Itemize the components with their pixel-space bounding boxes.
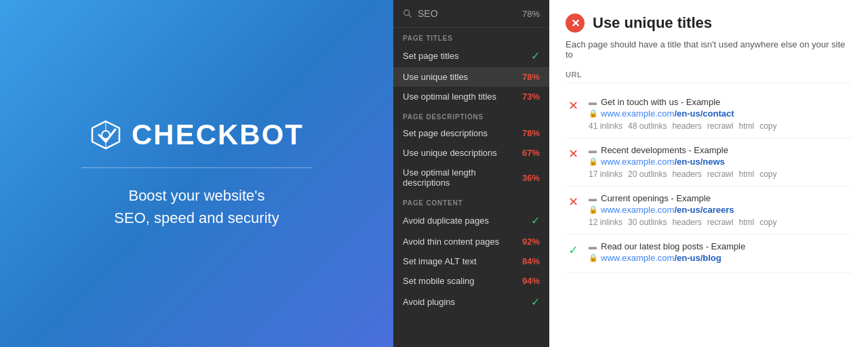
sidebar-item-optimal-length-titles[interactable]: Use optimal length titles 73% [393, 87, 549, 106]
url-base: www.example.com [601, 108, 674, 119]
url-item: ✕ ▬ Get in touch with us - Example 🔒 www… [566, 90, 852, 138]
sidebar-item-label: Avoid thin content pages [403, 237, 522, 247]
sidebar-item-label: Set page titles [403, 51, 531, 61]
sidebar-item-label: Set page descriptions [403, 128, 522, 138]
html-link[interactable]: html [738, 121, 754, 131]
sidebar-item-avoid-thin-content[interactable]: Avoid thin content pages 92% [393, 232, 549, 251]
page-icon: ▬ [589, 242, 597, 251]
search-bar[interactable]: SEO 78% [393, 0, 549, 28]
search-label: SEO [418, 8, 522, 19]
url-end: news [703, 157, 725, 167]
page-title-text: Recent developments - Example [601, 145, 728, 155]
error-status-icon: ✕ [566, 146, 580, 161]
page-title-text: Read our latest blog posts - Example [601, 241, 745, 251]
url-meta: 41 inlinks 48 outlinks headers recrawl h… [589, 121, 852, 131]
sidebar-item-label: Avoid duplicate pages [403, 216, 531, 226]
sidebar-item-label: Avoid plugins [403, 297, 531, 307]
right-panel: ✕ Use unique titles Each page should hav… [549, 0, 868, 347]
sidebar-item-label: Use unique titles [403, 72, 522, 82]
panel-description: Each page should have a title that isn't… [566, 39, 852, 60]
sidebar-item-optimal-length-descriptions[interactable]: Use optimal length descriptions 36% [393, 163, 549, 192]
url-item: ✓ ▬ Read our latest blog posts - Example… [566, 234, 852, 273]
url-link[interactable]: www.example.com/en-us/careers [601, 205, 734, 215]
copy-link[interactable]: copy [760, 218, 776, 227]
sidebar-item-score: 78% [522, 128, 540, 138]
section-header-page-content: PAGE CONTENT [393, 192, 549, 209]
sidebar-item-label: Use unique descriptions [403, 148, 522, 158]
recrawl-link[interactable]: recrawl [707, 169, 734, 179]
url-link[interactable]: www.example.com/en-us/blog [601, 253, 722, 263]
url-end: blog [703, 253, 721, 263]
url-page-title: ▬ Get in touch with us - Example [589, 97, 852, 107]
sidebar-item-avoid-duplicate-pages[interactable]: Avoid duplicate pages ✓ [393, 209, 549, 232]
sidebar-item-label: Use optimal length titles [403, 91, 522, 102]
sidebar-content: PAGE TITLES Set page titles ✓ Use unique… [393, 28, 549, 347]
page-icon: ▬ [589, 194, 597, 203]
search-score: 78% [522, 9, 540, 19]
check-icon: ✓ [531, 49, 540, 62]
url-details: ▬ Read our latest blog posts - Example 🔒… [589, 241, 852, 266]
sidebar-item-set-mobile-scaling[interactable]: Set mobile scaling 94% [393, 271, 549, 291]
url-item: ✕ ▬ Current openings - Example 🔒 www.exa… [566, 186, 852, 234]
left-panel: CHECKBOT Boost your website's SEO, speed… [0, 0, 393, 347]
url-bold: /en-us/ [674, 157, 703, 167]
brand-name: CHECKBOT [132, 119, 304, 151]
headers-link[interactable]: headers [672, 121, 701, 131]
url-details: ▬ Get in touch with us - Example 🔒 www.e… [589, 97, 852, 131]
error-icon: ✕ [566, 14, 585, 33]
sidebar-item-label: Set image ALT text [403, 256, 522, 266]
recrawl-link[interactable]: recrawl [707, 218, 734, 227]
copy-link[interactable]: copy [760, 169, 776, 179]
url-end: contact [703, 108, 734, 119]
url-end: careers [703, 205, 734, 215]
url-link[interactable]: www.example.com/en-us/news [601, 157, 725, 167]
sidebar-item-score: 92% [522, 237, 540, 247]
url-base: www.example.com [601, 253, 674, 263]
error-status-icon: ✕ [566, 195, 580, 209]
sidebar-item-use-unique-titles[interactable]: Use unique titles 78% [393, 67, 549, 87]
brand: CHECKBOT [90, 119, 304, 151]
tagline: Boost your website's SEO, speed and secu… [114, 184, 279, 229]
lock-icon: 🔒 [589, 253, 598, 262]
url-details: ▬ Recent developments - Example 🔒 www.ex… [589, 145, 852, 179]
sidebar-item-set-image-alt-text[interactable]: Set image ALT text 84% [393, 251, 549, 271]
html-link[interactable]: html [738, 218, 754, 227]
url-base: www.example.com [601, 157, 674, 167]
section-header-page-descriptions: PAGE DESCRIPTIONS [393, 106, 549, 123]
url-link[interactable]: www.example.com/en-us/contact [601, 108, 734, 119]
headers-link[interactable]: headers [672, 169, 701, 179]
page-title-text: Get in touch with us - Example [601, 97, 720, 107]
svg-line-7 [409, 15, 412, 18]
inlinks: 12 inlinks [589, 218, 623, 227]
url-base: www.example.com [601, 205, 674, 215]
inlinks: 41 inlinks [589, 121, 623, 131]
url-link-row: 🔒 www.example.com/en-us/contact [589, 108, 852, 119]
lock-icon: 🔒 [589, 109, 598, 118]
panel-title-row: ✕ Use unique titles [566, 14, 852, 33]
checkbot-logo-icon [90, 119, 122, 151]
headers-link[interactable]: headers [672, 218, 701, 227]
sidebar-item-avoid-plugins[interactable]: Avoid plugins ✓ [393, 291, 549, 313]
recrawl-link[interactable]: recrawl [707, 121, 734, 131]
check-icon: ✓ [531, 214, 540, 227]
error-status-icon: ✕ [566, 98, 580, 113]
sidebar-item-set-page-descriptions[interactable]: Set page descriptions 78% [393, 123, 549, 143]
panel-title: Use unique titles [593, 14, 712, 32]
outlinks: 48 outlinks [628, 121, 667, 131]
url-bold: /en-us/ [674, 108, 703, 119]
tagline-line1: Boost your website's [128, 187, 264, 204]
page-title-text: Current openings - Example [601, 193, 711, 203]
sidebar-item-set-page-titles[interactable]: Set page titles ✓ [393, 45, 549, 67]
outlinks: 20 outlinks [628, 169, 667, 179]
url-bold: /en-us/ [674, 205, 703, 215]
sidebar-item-score: 36% [522, 173, 540, 183]
outlinks: 30 outlinks [628, 218, 667, 227]
tagline-line2: SEO, speed and security [114, 209, 279, 226]
sidebar-item-score: 78% [522, 72, 540, 82]
url-link-row: 🔒 www.example.com/en-us/careers [589, 205, 852, 215]
copy-link[interactable]: copy [760, 121, 776, 131]
html-link[interactable]: html [738, 169, 754, 179]
brand-divider [81, 167, 312, 168]
url-details: ▬ Current openings - Example 🔒 www.examp… [589, 193, 852, 227]
sidebar-item-use-unique-descriptions[interactable]: Use unique descriptions 67% [393, 143, 549, 163]
